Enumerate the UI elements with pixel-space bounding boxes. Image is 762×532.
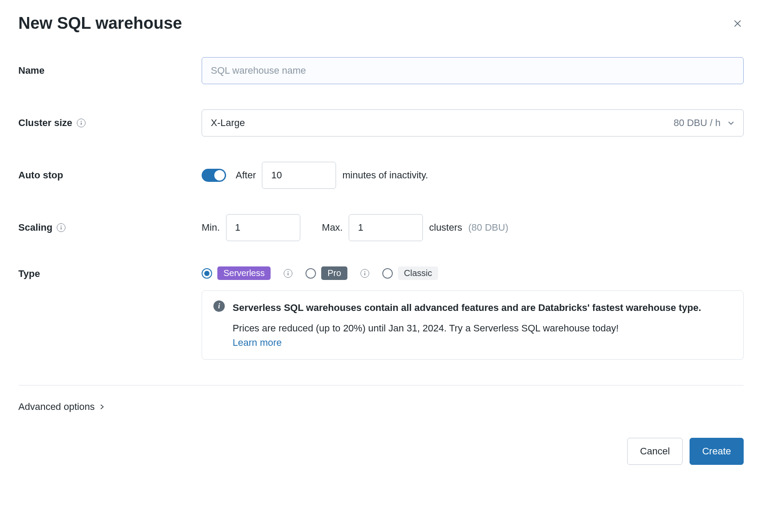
info-icon[interactable] (77, 119, 86, 127)
info-icon[interactable] (57, 223, 65, 232)
scaling-max-label: Max. (322, 222, 343, 233)
auto-stop-prefix: After (236, 170, 256, 181)
type-badge-serverless: Serverless (217, 266, 271, 280)
advanced-options-toggle[interactable]: Advanced options (18, 401, 744, 413)
svg-rect-7 (364, 273, 365, 275)
cluster-size-label: Cluster size (18, 117, 72, 129)
scaling-clusters-label: clusters (429, 222, 462, 233)
info-icon[interactable] (284, 269, 292, 278)
close-button[interactable] (731, 17, 744, 30)
auto-stop-minutes-input[interactable] (262, 162, 336, 189)
svg-rect-5 (288, 273, 289, 275)
auto-stop-label: Auto stop (18, 170, 63, 181)
type-radio-classic[interactable] (382, 268, 393, 279)
cancel-button[interactable]: Cancel (627, 438, 682, 465)
svg-point-6 (364, 271, 365, 272)
type-info-panel: i Serverless SQL warehouses contain all … (202, 290, 744, 360)
chevron-down-icon (728, 119, 735, 126)
advanced-options-label: Advanced options (18, 401, 95, 413)
svg-point-2 (61, 225, 62, 226)
type-radio-serverless[interactable] (202, 268, 212, 279)
type-badge-classic: Classic (398, 266, 438, 280)
cluster-size-cost: 80 DBU / h (673, 117, 721, 129)
scaling-min-label: Min. (202, 222, 220, 233)
svg-rect-3 (61, 227, 62, 229)
svg-rect-1 (81, 123, 82, 125)
svg-point-0 (80, 121, 81, 122)
scaling-max-input[interactable] (349, 214, 423, 241)
scaling-min-input[interactable] (226, 214, 300, 241)
svg-point-4 (288, 271, 288, 272)
info-icon[interactable] (360, 269, 369, 278)
scaling-cost: (80 DBU) (468, 222, 508, 233)
info-icon: i (213, 300, 225, 312)
page-title: New SQL warehouse (18, 14, 182, 33)
name-input[interactable] (202, 57, 744, 84)
auto-stop-suffix: minutes of inactivity. (342, 170, 428, 181)
learn-more-link[interactable]: Learn more (233, 337, 282, 348)
divider (18, 385, 744, 385)
create-button[interactable]: Create (690, 438, 744, 465)
type-radio-pro[interactable] (305, 268, 316, 279)
cluster-size-select[interactable]: X-Large 80 DBU / h (202, 109, 744, 136)
cluster-size-value: X-Large (211, 117, 245, 129)
close-icon (733, 19, 742, 28)
info-panel-heading: Serverless SQL warehouses contain all ad… (233, 300, 732, 315)
name-label: Name (18, 65, 45, 76)
scaling-label: Scaling (18, 222, 52, 233)
info-panel-body: Prices are reduced (up to 20%) until Jan… (233, 323, 619, 334)
type-badge-pro: Pro (321, 266, 347, 280)
auto-stop-toggle[interactable] (202, 169, 226, 182)
type-label: Type (18, 268, 40, 280)
chevron-right-icon (99, 404, 105, 410)
